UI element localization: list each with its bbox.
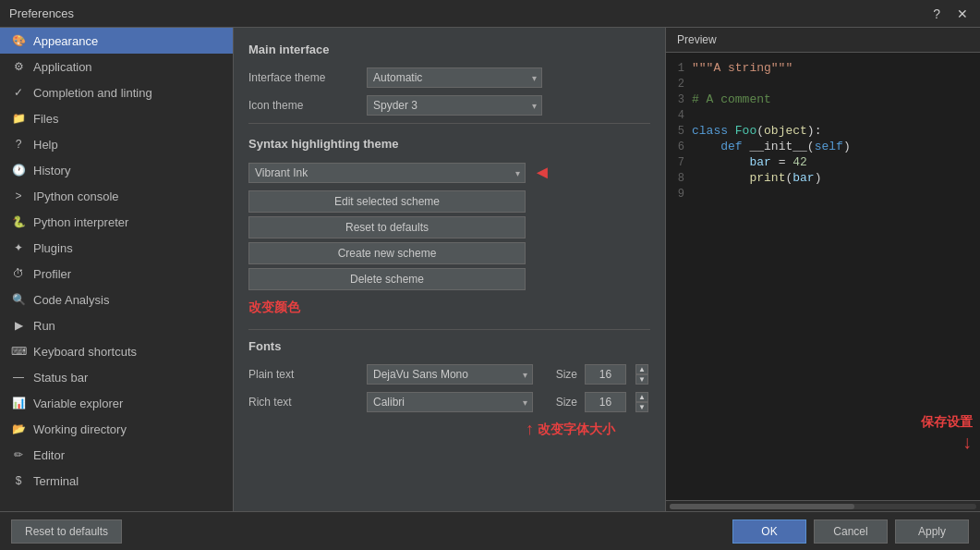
bottom-right: OK Cancel Apply bbox=[732, 519, 969, 544]
plain-text-size-input[interactable] bbox=[585, 364, 626, 385]
rich-text-row: Rich text Calibri Arial Helvetica Size ▲… bbox=[248, 392, 650, 412]
sidebar-label-appearance: Appearance bbox=[33, 34, 98, 48]
sidebar-item-profiler[interactable]: ⏱Profiler bbox=[0, 261, 233, 287]
code-line-3: 3 # A comment bbox=[666, 92, 980, 107]
main-interface-title: Main interface bbox=[248, 43, 650, 56]
sidebar-item-run[interactable]: ▶Run bbox=[0, 312, 233, 338]
sidebar-icon-terminal: $ bbox=[11, 473, 26, 488]
code-token-8-4: bar bbox=[792, 171, 814, 185]
sidebar-item-variable[interactable]: 📊Variable explorer bbox=[0, 390, 233, 416]
sidebar-label-statusbar: Status bar bbox=[33, 371, 88, 385]
bottom-left: Reset to defaults bbox=[11, 519, 122, 544]
rich-text-font-wrapper[interactable]: Calibri Arial Helvetica bbox=[367, 392, 533, 412]
delete-scheme-row: Delete scheme bbox=[248, 268, 650, 294]
sidebar-icon-statusbar: — bbox=[11, 370, 26, 385]
sidebar-label-completion: Completion and linting bbox=[33, 86, 152, 100]
sidebar-item-working[interactable]: 📂Working directory bbox=[0, 416, 233, 442]
rich-text-size-down[interactable]: ▼ bbox=[635, 402, 648, 412]
delete-scheme-button[interactable]: Delete scheme bbox=[248, 268, 526, 290]
sidebar-icon-plugins: ✦ bbox=[11, 240, 26, 255]
sidebar-label-files: Files bbox=[33, 112, 58, 126]
arrow-up-icon: ↑ bbox=[526, 420, 534, 439]
sidebar-label-codeanalysis: Code Analysis bbox=[33, 293, 109, 307]
sidebar-icon-help: ? bbox=[11, 137, 26, 152]
sidebar-item-files[interactable]: 📁Files bbox=[0, 105, 233, 131]
rich-text-size-input[interactable] bbox=[585, 392, 626, 412]
center-panel: Main interface Interface theme Automatic… bbox=[234, 28, 666, 511]
code-token-8-1 bbox=[692, 171, 749, 185]
interface-theme-wrapper[interactable]: Automatic Light Dark bbox=[367, 67, 542, 88]
code-line-4: 4 bbox=[666, 107, 980, 123]
sidebar-item-codeanalysis[interactable]: 🔍Code Analysis bbox=[0, 287, 233, 312]
sidebar-item-completion[interactable]: ✓Completion and linting bbox=[0, 79, 233, 105]
sidebar-label-keyboard: Keyboard shortcuts bbox=[33, 345, 137, 359]
sidebar-item-editor[interactable]: ✏Editor bbox=[0, 442, 233, 468]
rich-text-size-up[interactable]: ▲ bbox=[635, 392, 648, 402]
rich-text-font-select[interactable]: Calibri Arial Helvetica bbox=[367, 392, 533, 412]
preview-scrollbar[interactable] bbox=[666, 500, 980, 511]
plain-text-size-spinner: ▲ ▼ bbox=[635, 364, 648, 385]
sidebar-label-run: Run bbox=[33, 319, 55, 333]
scrollbar-track bbox=[670, 504, 976, 509]
plain-text-font-wrapper[interactable]: DejaVu Sans Mono Courier New Consolas bbox=[367, 364, 533, 385]
sidebar-item-application[interactable]: ⚙Application bbox=[0, 54, 233, 79]
main-interface-section: Main interface Interface theme Automatic… bbox=[248, 43, 650, 116]
interface-theme-select[interactable]: Automatic Light Dark bbox=[367, 67, 542, 88]
sidebar-icon-variable: 📊 bbox=[11, 396, 26, 410]
sidebar-item-history[interactable]: 🕐History bbox=[0, 157, 233, 183]
code-token-5-3: ( bbox=[756, 124, 764, 138]
code-token-6-4: self bbox=[815, 140, 843, 153]
reset-scheme-button[interactable]: Reset to defaults bbox=[248, 216, 526, 238]
plain-text-size-down[interactable]: ▼ bbox=[635, 374, 648, 385]
plain-text-size-up[interactable]: ▲ bbox=[635, 364, 648, 374]
window-title: Preferences bbox=[9, 6, 74, 20]
edit-scheme-button[interactable]: Edit selected scheme bbox=[248, 190, 526, 213]
ok-button[interactable]: OK bbox=[732, 519, 806, 544]
code-line-8: 8 print(bar) bbox=[666, 170, 980, 186]
sidebar-icon-completion: ✓ bbox=[11, 85, 26, 100]
sidebar-label-python: Python interpreter bbox=[33, 215, 128, 229]
line-num-8: 8 bbox=[666, 172, 692, 185]
sidebar-item-terminal[interactable]: $Terminal bbox=[0, 468, 233, 494]
create-scheme-button[interactable]: Create new scheme bbox=[248, 242, 526, 264]
help-button[interactable]: ? bbox=[928, 5, 945, 23]
close-button[interactable]: ✕ bbox=[952, 5, 973, 23]
icon-theme-wrapper[interactable]: Spyder 3 Spyder 2 bbox=[367, 95, 542, 116]
reset-defaults-button[interactable]: Reset to defaults bbox=[11, 519, 122, 544]
icon-theme-select[interactable]: Spyder 3 Spyder 2 bbox=[367, 95, 542, 116]
sidebar-label-terminal: Terminal bbox=[33, 474, 79, 488]
sidebar-icon-codeanalysis: 🔍 bbox=[11, 292, 26, 307]
code-token-7-1: bar bbox=[692, 155, 771, 169]
syntax-theme-wrapper[interactable]: Vibrant Ink Monokai Solarized Dark Solar… bbox=[248, 163, 526, 183]
apply-button[interactable]: Apply bbox=[895, 519, 969, 544]
sidebar-label-profiler: Profiler bbox=[33, 267, 71, 281]
sidebar-icon-history: 🕐 bbox=[11, 163, 26, 177]
interface-theme-label: Interface theme bbox=[248, 71, 359, 84]
cancel-button[interactable]: Cancel bbox=[814, 519, 888, 544]
line-num-7: 7 bbox=[666, 156, 692, 169]
rich-text-label: Rich text bbox=[248, 396, 359, 409]
sidebar-label-ipython: IPython console bbox=[33, 189, 119, 203]
code-token-6-2: __init__ bbox=[749, 140, 806, 153]
sidebar-item-ipython[interactable]: >IPython console bbox=[0, 183, 233, 209]
line-num-4: 4 bbox=[666, 109, 692, 122]
sidebar-item-python[interactable]: 🐍Python interpreter bbox=[0, 209, 233, 235]
syntax-title: Syntax highlighting theme bbox=[248, 137, 650, 151]
bottom-bar: Reset to defaults OK Cancel Apply bbox=[0, 511, 980, 550]
syntax-theme-select[interactable]: Vibrant Ink Monokai Solarized Dark Solar… bbox=[248, 163, 526, 183]
sidebar-item-statusbar[interactable]: —Status bar bbox=[0, 364, 233, 390]
window-controls: ? ✕ bbox=[928, 5, 973, 23]
sidebar-item-appearance[interactable]: 🎨Appearance bbox=[0, 28, 233, 54]
code-line-6: 6 def __init__(self) bbox=[666, 139, 980, 154]
scrollbar-thumb[interactable] bbox=[670, 504, 854, 509]
code-token-6-5: ) bbox=[843, 140, 851, 153]
sidebar-label-editor: Editor bbox=[33, 448, 65, 462]
sidebar-item-plugins[interactable]: ✦Plugins bbox=[0, 235, 233, 261]
sidebar-item-help[interactable]: ?Help bbox=[0, 131, 233, 157]
sidebar-item-keyboard[interactable]: ⌨Keyboard shortcuts bbox=[0, 338, 233, 364]
sidebar-icon-editor: ✏ bbox=[11, 447, 26, 462]
fonts-section: Fonts Plain text DejaVu Sans Mono Courie… bbox=[248, 339, 650, 439]
line-num-3: 3 bbox=[666, 93, 692, 106]
sidebar-icon-python: 🐍 bbox=[11, 214, 26, 229]
plain-text-font-select[interactable]: DejaVu Sans Mono Courier New Consolas bbox=[367, 364, 533, 385]
